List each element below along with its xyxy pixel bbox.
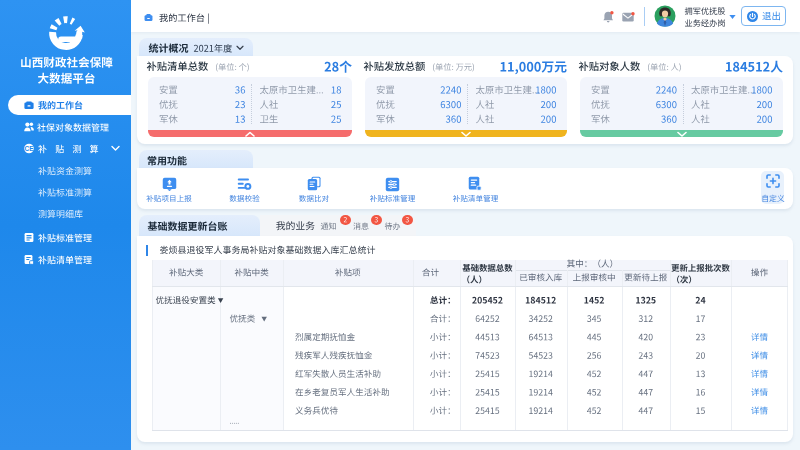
svg-text:CE: CE (24, 145, 34, 152)
